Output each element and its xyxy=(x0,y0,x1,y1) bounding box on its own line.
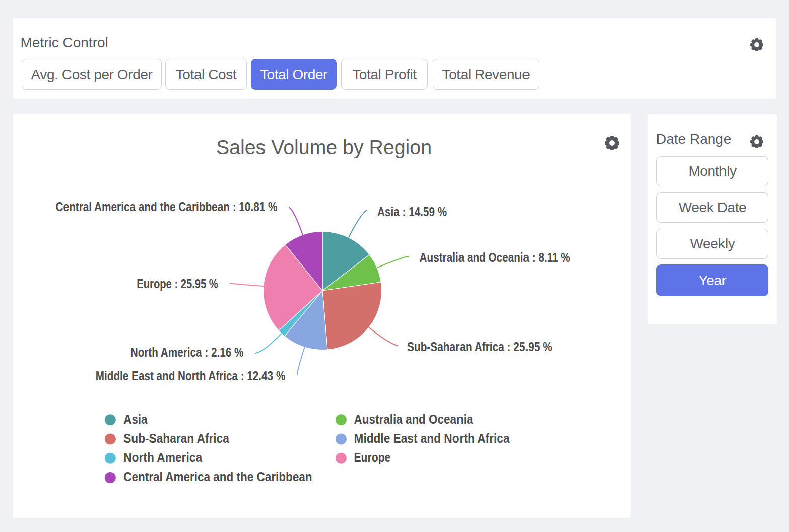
metric-button-total-order[interactable]: Total Order xyxy=(251,59,337,90)
date-button-monthly[interactable]: Monthly xyxy=(656,156,768,186)
legend-item-middle-east-and-north-africa[interactable]: Middle East and North Africa xyxy=(336,431,510,445)
legend-dot xyxy=(336,453,347,464)
legend-item-sub-saharan-africa[interactable]: Sub-Saharan Africa xyxy=(105,431,230,445)
date-button-year[interactable]: Year xyxy=(656,264,768,296)
pie-label-sub-saharan-africa: Sub-Saharan Africa : 25.95 % xyxy=(407,340,552,354)
legend-dot xyxy=(105,472,116,483)
legend-item-central-america-and-the-caribbean[interactable]: Central America and the Caribbean xyxy=(105,470,312,484)
legend-item-europe[interactable]: Europe xyxy=(336,450,390,464)
chart-title: Sales Volume by Region xyxy=(216,136,432,158)
gear-icon[interactable] xyxy=(750,38,763,51)
gear-icon[interactable] xyxy=(605,136,619,150)
pie-chart: Sales Volume by RegionAsia : 14.59 %Aust… xyxy=(13,114,631,517)
gear-icon[interactable] xyxy=(750,135,763,148)
metric-button-avg-cost-per-order[interactable]: Avg. Cost per Order xyxy=(22,59,162,90)
pie-slice-sub-saharan-africa[interactable] xyxy=(322,282,382,350)
legend-label: Sub-Saharan Africa xyxy=(123,431,230,445)
legend-label: Europe xyxy=(354,450,391,464)
pie-label-australia-and-oceania: Australia and Oceania : 8.11 % xyxy=(420,250,570,264)
metric-button-total-cost[interactable]: Total Cost xyxy=(165,59,247,90)
metric-control-title: Metric Control xyxy=(21,36,108,50)
pie-label-line xyxy=(349,210,367,238)
pie-label-line xyxy=(289,207,303,235)
legend-item-australia-and-oceania[interactable]: Australia and Oceania xyxy=(336,412,474,426)
date-button-weekly[interactable]: Weekly xyxy=(656,229,768,259)
metric-button-total-revenue[interactable]: Total Revenue xyxy=(433,59,539,90)
legend-dot xyxy=(105,453,116,464)
pie-label-line xyxy=(377,256,409,268)
pie-label-asia: Asia : 14.59 % xyxy=(377,205,447,219)
pie-label-europe: Europe : 25.95 % xyxy=(137,277,218,291)
legend-label: Asia xyxy=(123,412,148,426)
date-button-week-date[interactable]: Week Date xyxy=(656,192,768,223)
pie-label-line xyxy=(229,284,264,287)
pie-label-middle-east-and-north-africa: Middle East and North Africa : 12.43 % xyxy=(96,369,286,383)
legend-label: Central America and the Caribbean xyxy=(123,470,312,484)
pie-label-line xyxy=(255,334,282,353)
legend-label: Australia and Oceania xyxy=(354,412,474,426)
metric-control-card: Metric Control Avg. Cost per OrderTotal … xyxy=(13,18,776,99)
legend-dot xyxy=(105,414,116,425)
date-range-card: Date Range MonthlyWeek DateWeeklyYear xyxy=(648,114,777,324)
pie-label-north-america: North America : 2.16 % xyxy=(130,345,244,359)
legend-label: North America xyxy=(123,450,203,464)
pie-label-line xyxy=(297,347,305,375)
legend-dot xyxy=(336,414,347,425)
chart-card: Sales Volume by RegionAsia : 14.59 %Aust… xyxy=(13,114,631,518)
metric-button-total-profit[interactable]: Total Profit xyxy=(341,59,428,90)
date-range-title: Date Range xyxy=(656,132,731,146)
pie-label-line xyxy=(369,327,398,346)
legend-dot xyxy=(105,434,116,445)
legend-item-asia[interactable]: Asia xyxy=(105,412,148,426)
legend-label: Middle East and North Africa xyxy=(354,431,510,445)
pie-label-central-america-and-the-caribbean: Central America and the Caribbean : 10.8… xyxy=(56,200,278,214)
legend-dot xyxy=(336,434,347,445)
legend-item-north-america[interactable]: North America xyxy=(105,450,203,464)
